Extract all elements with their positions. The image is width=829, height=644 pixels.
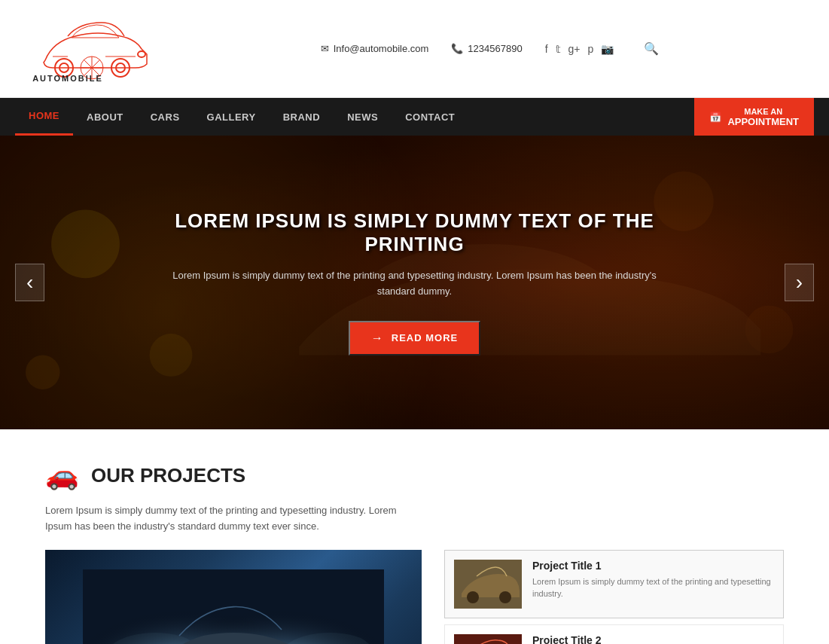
nav-about[interactable]: ABOUT [73, 98, 137, 136]
nav-gallery[interactable]: GALLERY [194, 98, 270, 136]
read-more-label: READ MORE [392, 332, 458, 343]
hero-subtitle: Lorem Ipsum is simply dummy text of the … [166, 268, 663, 300]
appointment-icon: 📅 [709, 111, 721, 123]
project-card-2[interactable]: Project Title 2 Lorem Ipsum is simply du… [444, 624, 784, 644]
hero-content: LOREM IPSUM IS SIMPLY DUMMY TEXT OF THE … [151, 209, 678, 356]
main-project-image [45, 550, 422, 644]
svg-text:AUTOMOBILE: AUTOMOBILE [32, 74, 103, 83]
nav-links: HOME ABOUT CARS GALLERY BRAND NEWS CONTA… [15, 98, 694, 136]
svg-point-12 [51, 210, 120, 279]
projects-content: Project Title 1 Lorem Ipsum is simply du… [45, 550, 784, 644]
hero-section: LOREM IPSUM IS SIMPLY DUMMY TEXT OF THE … [0, 136, 829, 429]
appointment-label-line1: MAKE AN [727, 107, 799, 116]
project-info-1: Project Title 1 Lorem Ipsum is simply du… [532, 560, 774, 600]
pinterest-icon[interactable]: p [588, 43, 594, 55]
phone-icon: 📞 [451, 43, 463, 54]
instagram-icon[interactable]: 📷 [601, 43, 614, 55]
svg-rect-43 [454, 634, 522, 644]
nav-home[interactable]: HOME [15, 98, 73, 136]
nav-cars[interactable]: CARS [137, 98, 194, 136]
nav-contact[interactable]: CONTACT [392, 98, 468, 136]
mercedes-svg [64, 569, 403, 644]
top-bar: AUTOMOBILE ✉ Info@automobile.com 📞 12345… [0, 0, 829, 98]
logo-area: AUTOMOBILE [15, 15, 166, 83]
googleplus-icon[interactable]: g+ [568, 43, 581, 55]
svg-point-4 [138, 51, 145, 57]
nav-brand[interactable]: BRAND [270, 98, 334, 136]
email-contact: ✉ Info@automobile.com [321, 43, 429, 54]
facebook-icon[interactable]: f [545, 43, 548, 55]
section-description: Lorem Ipsum is simply dummy text of the … [45, 503, 407, 535]
section-title: OUR PROJECTS [91, 464, 245, 487]
email-icon: ✉ [321, 43, 329, 54]
projects-car-icon: 🚗 [45, 459, 79, 491]
read-more-button[interactable]: → READ MORE [349, 321, 480, 356]
project-desc-1: Lorem Ipsum is simply dummy text of the … [532, 575, 774, 600]
search-icon[interactable]: 🔍 [644, 41, 659, 56]
hero-prev-button[interactable]: ‹ [15, 264, 44, 301]
appointment-label-line2: APPOINTMENT [727, 116, 799, 127]
nav-bar: HOME ABOUT CARS GALLERY BRAND NEWS CONTA… [0, 98, 829, 136]
project-title-1: Project Title 1 [532, 560, 774, 572]
nav-news[interactable]: NEWS [334, 98, 392, 136]
project-title-2: Project Title 2 [532, 634, 774, 644]
project-thumb-1 [454, 560, 522, 609]
logo-svg: AUTOMOBILE [30, 15, 151, 83]
hero-next-button[interactable]: › [785, 264, 814, 301]
arrow-icon: → [371, 331, 384, 345]
svg-point-14 [26, 355, 59, 389]
svg-point-41 [467, 591, 479, 603]
section-header: 🚗 OUR PROJECTS [45, 459, 784, 491]
project-list: Project Title 1 Lorem Ipsum is simply du… [444, 550, 784, 644]
phone-contact: 📞 1234567890 [451, 43, 522, 54]
twitter-icon[interactable]: 𝕥 [556, 43, 561, 55]
phone-text: 1234567890 [468, 43, 522, 54]
svg-point-42 [499, 591, 511, 603]
contact-area: ✉ Info@automobile.com 📞 1234567890 f 𝕥 g… [166, 41, 814, 56]
appointment-button[interactable]: 📅 MAKE AN APPOINTMENT [694, 98, 814, 136]
project-info-2: Project Title 2 Lorem Ipsum is simply du… [532, 634, 774, 644]
hero-title: LOREM IPSUM IS SIMPLY DUMMY TEXT OF THE … [166, 209, 663, 256]
projects-section: 🚗 OUR PROJECTS Lorem Ipsum is simply dum… [0, 429, 829, 644]
email-text: Info@automobile.com [334, 43, 429, 54]
social-icons: f 𝕥 g+ p 📷 [545, 43, 614, 55]
project-thumb-2 [454, 634, 522, 644]
project-card-1[interactable]: Project Title 1 Lorem Ipsum is simply du… [444, 550, 784, 618]
